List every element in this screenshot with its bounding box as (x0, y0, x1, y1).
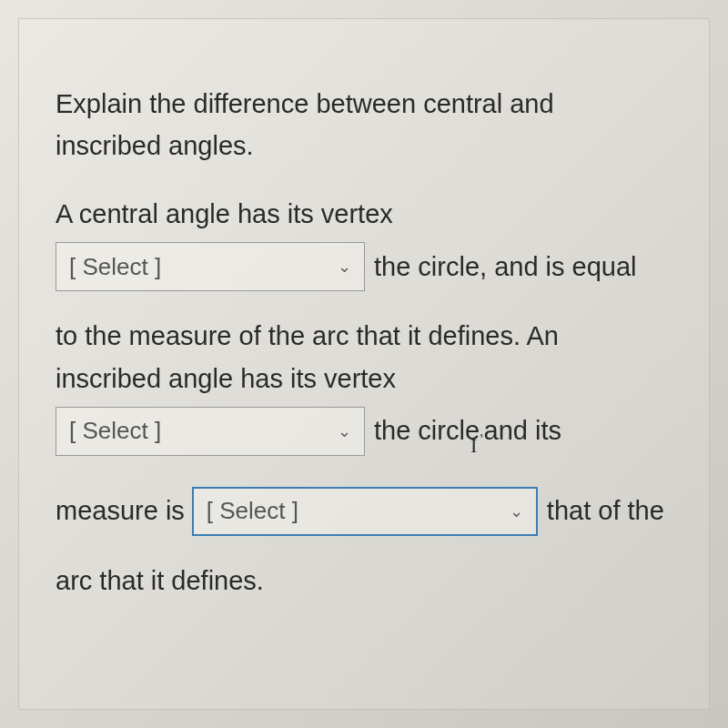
answer-sentence: A central angle has its vertex (56, 193, 672, 235)
text-after-select-2b: and its (484, 416, 561, 446)
text-after-select-2a: the circle (374, 416, 480, 446)
text-before-select-3: measure is (56, 496, 185, 526)
prompt-line-1: Explain the difference between central a… (56, 83, 672, 125)
sentence-part-2b: inscribed angle has its vertex (56, 358, 672, 399)
question-container: Explain the difference between central a… (18, 18, 710, 710)
text-cursor-icon: I (470, 434, 477, 458)
chevron-down-icon: ⌄ (338, 257, 351, 277)
chevron-down-icon: ⌄ (510, 501, 523, 521)
select-placeholder: [ Select ] (207, 497, 298, 525)
select-vertex-inscribed[interactable]: [ Select ] ⌄ (56, 407, 365, 456)
sentence-final: arc that it defines. (56, 560, 672, 602)
comma: , (480, 423, 483, 439)
sentence-part-1: A central angle has its vertex (56, 193, 672, 235)
sentence-part-2a: to the measure of the arc that it define… (56, 315, 672, 357)
text-after-select-3: that of the (547, 496, 664, 526)
prompt-line-2: inscribed angles. (56, 125, 672, 167)
text-after-select-1: the circle, and is equal (374, 252, 637, 282)
select-vertex-central[interactable]: [ Select ] ⌄ (56, 242, 365, 291)
select-measure-relation[interactable]: [ Select ] ⌄ (192, 487, 538, 536)
text-cursor-position: ,I (480, 423, 483, 440)
chevron-down-icon: ⌄ (338, 421, 351, 441)
question-prompt: Explain the difference between central a… (56, 83, 672, 167)
select-placeholder: [ Select ] (69, 253, 161, 281)
sentence-part-2: to the measure of the arc that it define… (56, 315, 672, 399)
select-placeholder: [ Select ] (69, 417, 161, 445)
